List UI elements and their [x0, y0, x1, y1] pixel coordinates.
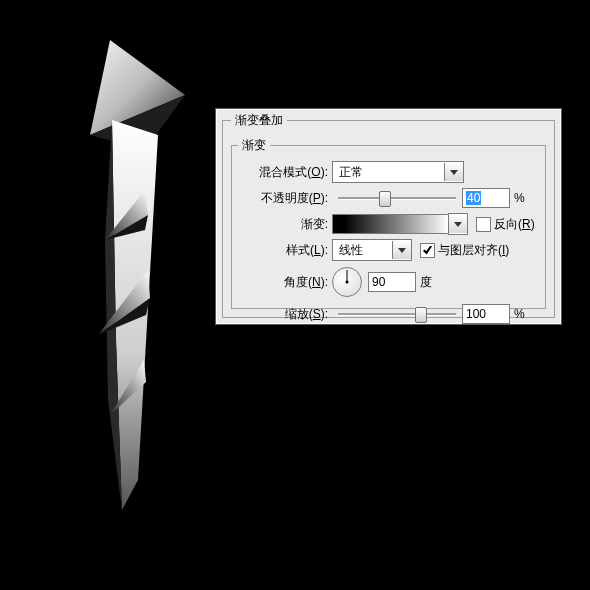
- opacity-unit: %: [510, 191, 525, 205]
- opacity-label: 不透明度(P):: [232, 190, 332, 207]
- gradient-picker-button[interactable]: [448, 213, 468, 235]
- reverse-label: 反向(R): [494, 216, 535, 233]
- slider-track: [338, 197, 456, 200]
- angle-label: 角度(N):: [232, 274, 332, 291]
- angle-unit: 度: [416, 274, 432, 291]
- angle-dial[interactable]: [332, 267, 362, 297]
- angle-center-dot: [346, 281, 349, 284]
- scale-input[interactable]: 100: [462, 304, 510, 324]
- slider-thumb[interactable]: [379, 191, 391, 207]
- gradient-swatch[interactable]: [332, 214, 449, 234]
- chevron-down-icon: [450, 170, 458, 175]
- gradient-label: 渐变:: [232, 216, 332, 233]
- scale-slider[interactable]: [338, 304, 456, 324]
- align-label: 与图层对齐(I): [438, 242, 509, 259]
- opacity-input[interactable]: 40: [462, 188, 510, 208]
- style-value: 线性: [333, 242, 392, 259]
- chevron-down-icon: [398, 248, 406, 253]
- gradient-overlay-panel: 渐变叠加 渐变 混合模式(O): 正常 不透明度(P):: [215, 108, 562, 325]
- slider-thumb[interactable]: [415, 307, 427, 323]
- blend-mode-value: 正常: [333, 164, 444, 181]
- scale-label: 缩放(S):: [232, 306, 332, 323]
- chevron-down-icon: [454, 222, 462, 227]
- reverse-checkbox[interactable]: [476, 217, 491, 232]
- dropdown-button[interactable]: [444, 163, 463, 181]
- angle-input[interactable]: 90: [368, 272, 416, 292]
- stylized-glyph: [50, 40, 230, 510]
- canvas-area: 渐变叠加 渐变 混合模式(O): 正常 不透明度(P):: [0, 0, 590, 590]
- style-select[interactable]: 线性: [332, 239, 412, 261]
- slider-track: [338, 313, 456, 316]
- blend-mode-select[interactable]: 正常: [332, 161, 464, 183]
- style-label: 样式(L):: [232, 242, 332, 259]
- blend-mode-label: 混合模式(O):: [232, 164, 332, 181]
- gradient-group: 渐变 混合模式(O): 正常 不透明度(P): 40: [231, 137, 546, 309]
- group-title: 渐变叠加: [231, 112, 287, 129]
- align-checkbox[interactable]: [420, 243, 435, 258]
- scale-unit: %: [510, 307, 525, 321]
- dropdown-button[interactable]: [392, 241, 411, 259]
- gradient-overlay-group: 渐变叠加 渐变 混合模式(O): 正常 不透明度(P):: [222, 112, 555, 318]
- opacity-slider[interactable]: [338, 188, 456, 208]
- subgroup-title: 渐变: [238, 137, 270, 154]
